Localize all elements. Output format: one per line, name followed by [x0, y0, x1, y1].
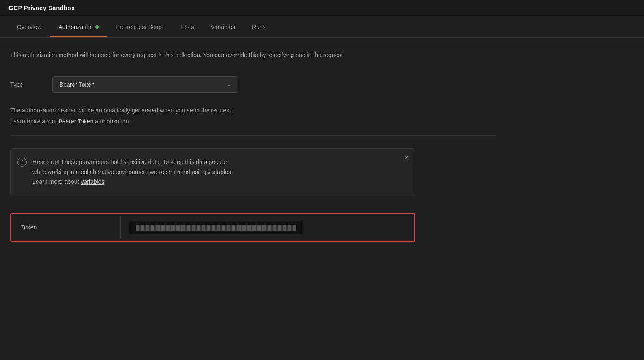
banner-text: Heads up! These parameters hold sensitiv… [32, 157, 406, 187]
authorization-dot [95, 25, 99, 29]
type-dropdown-value: Bearer Token [60, 81, 95, 88]
bearer-info-line1: The authorization header will be automat… [10, 107, 233, 114]
token-label: Token [11, 216, 121, 238]
tab-tests-label: Tests [180, 24, 194, 30]
token-row: Token [10, 213, 415, 242]
banner-line1: Heads up! These parameters hold sensitiv… [32, 157, 406, 167]
tab-pre-request-label: Pre-request Script [116, 24, 163, 30]
tab-overview[interactable]: Overview [8, 16, 50, 37]
variables-link[interactable]: variables [81, 178, 104, 185]
tab-runs-label: Runs [252, 24, 266, 30]
chevron-down-icon: ⌄ [227, 82, 231, 87]
info-banner: i Heads up! These parameters hold sensit… [10, 148, 415, 196]
tab-variables[interactable]: Variables [203, 16, 244, 37]
type-row: Type Bearer Token ⌄ [10, 76, 496, 93]
tab-pre-request-script[interactable]: Pre-request Script [107, 16, 172, 37]
description-text: This authorization method will be used f… [10, 50, 496, 60]
app-title: GCP Privacy Sandbox [8, 4, 75, 11]
token-masked-display [136, 225, 296, 231]
bearer-info-suffix: authorization [93, 118, 129, 125]
bearer-info-prefix: Learn more about [10, 118, 58, 125]
tab-tests[interactable]: Tests [172, 16, 203, 37]
token-value-area[interactable] [121, 214, 414, 241]
type-label: Type [10, 81, 35, 88]
bearer-info: The authorization header will be automat… [10, 105, 496, 135]
tab-runs[interactable]: Runs [244, 16, 274, 37]
tab-authorization[interactable]: Authorization [50, 16, 107, 37]
tab-variables-label: Variables [211, 24, 235, 30]
close-banner-button[interactable]: × [404, 155, 408, 161]
token-value-masked[interactable] [129, 221, 303, 234]
tab-authorization-label: Authorization [58, 24, 93, 30]
info-icon: i [17, 158, 27, 167]
tab-overview-label: Overview [17, 24, 41, 30]
banner-line3: Learn more about variables [32, 177, 406, 187]
content-area: This authorization method will be used f… [0, 38, 506, 254]
banner-line2: while working in a collaborative environ… [32, 167, 406, 177]
bearer-token-link[interactable]: Bearer Token [58, 118, 93, 125]
type-dropdown[interactable]: Bearer Token ⌄ [52, 76, 238, 93]
tab-bar: Overview Authorization Pre-request Scrip… [0, 16, 644, 38]
app-header: GCP Privacy Sandbox [0, 0, 644, 16]
